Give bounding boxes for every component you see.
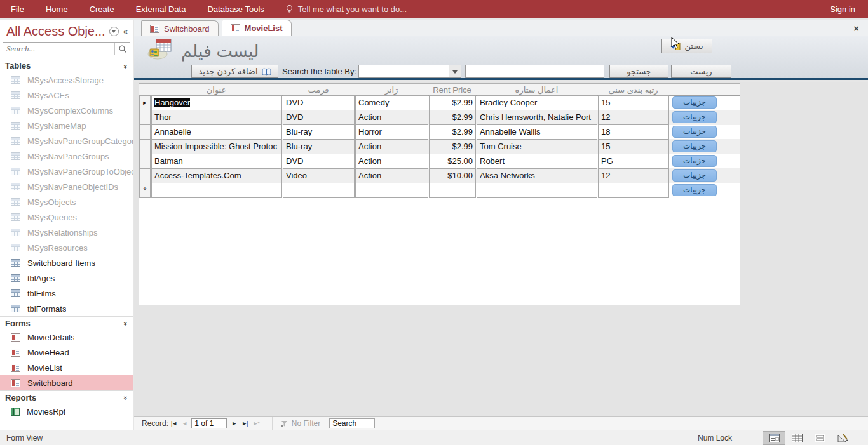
nav-item-msysqueries[interactable]: MSysQueries — [0, 209, 133, 225]
nav-item-msysnavpaneobjectids[interactable]: MSysNavPaneObjectIDs — [0, 179, 133, 194]
ribbon-tab-external-data[interactable]: External Data — [125, 0, 197, 18]
form-view-button[interactable] — [763, 431, 785, 445]
document-tab-movielist[interactable]: MovieList — [222, 20, 292, 36]
cell-format[interactable]: Blu-ray — [283, 139, 355, 154]
next-record-icon[interactable]: ► — [229, 420, 239, 427]
cell-format[interactable]: DVD — [283, 110, 355, 125]
cell-title[interactable]: Annabelle — [151, 124, 282, 140]
sign-in-button[interactable]: Sign in — [830, 4, 868, 14]
nav-item-msysresources[interactable]: MSysResources — [0, 240, 133, 255]
cell-age[interactable]: 15 — [598, 139, 669, 154]
new-record-icon[interactable]: ►* — [250, 420, 261, 427]
cell-rent[interactable]: $2.99 — [429, 95, 476, 110]
document-tab-switchboard[interactable]: Switchboard — [141, 20, 219, 36]
cell-stars[interactable]: Robert — [477, 154, 597, 169]
nav-item-msysrelationships[interactable]: MSysRelationships — [0, 225, 133, 240]
close-form-button[interactable]: بستن — [661, 39, 712, 53]
row-selector[interactable] — [139, 154, 151, 169]
cell-age[interactable]: 12 — [598, 110, 669, 125]
cell-genre[interactable]: Action — [355, 139, 428, 154]
nav-item-msysobjects[interactable]: MSysObjects — [0, 194, 133, 209]
details-button[interactable]: جزییات — [672, 96, 717, 109]
cell-stars[interactable]: Annabelle Wallis — [477, 124, 597, 140]
record-position-box[interactable]: 1 of 1 — [191, 418, 227, 428]
cell-title[interactable]: Mission Impossible: Ghost Protoc — [151, 139, 282, 154]
nav-item-msysaccessstorage[interactable]: MSysAccessStorage — [0, 72, 133, 88]
cell-stars[interactable]: Chris Hemsworth, Natalie Port — [477, 110, 597, 125]
ribbon-tab-database-tools[interactable]: Database Tools — [196, 0, 275, 18]
cell-rent[interactable]: $2.99 — [429, 124, 476, 140]
nav-item-msysnavpanegroups[interactable]: MSysNavPaneGroups — [0, 149, 133, 164]
filter-toggle[interactable]: No Filter — [272, 417, 320, 430]
nav-pane-title[interactable]: All Access Obje... — [6, 24, 107, 39]
ribbon-tab-create[interactable]: Create — [79, 0, 125, 18]
row-selector[interactable]: * — [139, 183, 151, 198]
datasheet-view-button[interactable] — [785, 431, 808, 445]
cell-title[interactable]: Hangover — [151, 95, 282, 110]
ribbon-tab-file[interactable]: File — [0, 0, 35, 18]
record-search-input[interactable] — [329, 418, 375, 428]
cell-format[interactable]: DVD — [283, 154, 355, 169]
nav-section-header-forms[interactable]: Forms» — [0, 316, 133, 329]
search-column-combobox[interactable] — [358, 65, 461, 78]
chevron-down-icon[interactable] — [449, 65, 461, 77]
cell-genre[interactable] — [355, 183, 428, 198]
cell-rent[interactable]: $2.99 — [429, 139, 476, 154]
nav-item-msysnamemap[interactable]: MSysNameMap — [0, 118, 133, 133]
details-button[interactable]: جزییات — [672, 111, 717, 123]
cell-format[interactable]: Video — [283, 168, 355, 183]
tell-me-box[interactable]: Tell me what you want to do... — [285, 4, 407, 14]
last-record-icon[interactable]: ►| — [239, 420, 250, 427]
add-new-button[interactable]: اضافه کردن جدید — [191, 65, 278, 78]
row-selector[interactable] — [139, 124, 151, 140]
details-button[interactable]: جزییات — [672, 155, 717, 167]
close-document-icon[interactable]: × — [844, 23, 868, 33]
row-selector[interactable]: ► — [139, 95, 151, 110]
cell-rent[interactable]: $25.00 — [429, 154, 476, 169]
details-button[interactable]: جزییات — [672, 184, 717, 196]
cell-age[interactable]: 18 — [598, 124, 669, 140]
combo-value[interactable] — [359, 65, 449, 77]
cell-format[interactable]: DVD — [283, 95, 355, 110]
cell-rent[interactable]: $2.99 — [429, 110, 476, 125]
design-view-button[interactable] — [831, 431, 854, 445]
cell-format[interactable] — [283, 183, 355, 198]
nav-pane-menu-icon[interactable] — [109, 27, 119, 36]
nav-search-input[interactable] — [3, 43, 114, 55]
nav-item-moviesrpt[interactable]: MoviesRpt — [0, 404, 133, 419]
details-button[interactable]: جزییات — [672, 126, 717, 138]
nav-item-msysnavpanegroupcategories[interactable]: MSysNavPaneGroupCategories — [0, 133, 133, 149]
cell-stars[interactable]: Bradley Cooper — [477, 95, 597, 110]
shutter-bar-icon[interactable]: « — [123, 27, 129, 36]
nav-item-tblformats[interactable]: tblFormats — [0, 301, 133, 316]
cell-age[interactable]: 12 — [598, 168, 669, 183]
nav-item-switchboard-items[interactable]: Switchboard Items — [0, 255, 133, 270]
cell-format[interactable]: Blu-ray — [283, 124, 355, 140]
cell-genre[interactable]: Action — [355, 110, 428, 125]
cell-genre[interactable]: Horror — [355, 124, 428, 140]
row-selector[interactable] — [139, 168, 151, 183]
cell-genre[interactable]: Comedy — [355, 95, 428, 110]
cell-stars[interactable] — [477, 183, 597, 198]
cell-rent[interactable]: $10.00 — [429, 168, 476, 183]
cell-stars[interactable]: Tom Cruise — [477, 139, 597, 154]
search-icon[interactable] — [114, 43, 130, 55]
search-text-field[interactable] — [465, 65, 604, 78]
cell-title[interactable]: Thor — [151, 110, 282, 125]
nav-item-moviedetails[interactable]: MovieDetails — [0, 329, 133, 345]
nav-item-msysnavpanegrouptoobjects[interactable]: MSysNavPaneGroupToObjects — [0, 164, 133, 179]
row-selector[interactable] — [139, 139, 151, 154]
cell-age[interactable]: PG — [598, 154, 669, 169]
first-record-icon[interactable]: |◄ — [168, 420, 179, 427]
cell-rent[interactable] — [429, 183, 476, 198]
nav-item-msyscomplexcolumns[interactable]: MSysComplexColumns — [0, 103, 133, 118]
cell-age[interactable]: 15 — [598, 95, 669, 110]
cell-age[interactable] — [598, 183, 669, 198]
nav-item-tblfilms[interactable]: tblFilms — [0, 286, 133, 301]
cell-title[interactable] — [151, 183, 282, 198]
nav-item-tblages[interactable]: tblAges — [0, 270, 133, 286]
nav-item-msysaces[interactable]: MSysACEs — [0, 88, 133, 103]
reset-button[interactable]: ریست — [671, 65, 731, 78]
nav-item-switchboard[interactable]: Switchboard — [0, 375, 133, 390]
layout-view-button[interactable] — [808, 431, 831, 445]
